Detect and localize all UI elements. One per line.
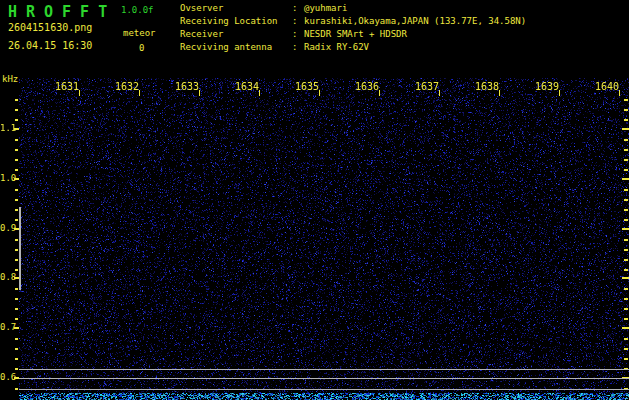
y-minor-tick — [15, 209, 18, 211]
x-minute-tick — [139, 90, 140, 96]
y-minor-tick — [15, 288, 18, 290]
y-minor-tick-right — [624, 99, 628, 101]
y-tick-label: 1.0 — [0, 173, 14, 183]
y-tick-label: 0.8 — [0, 272, 14, 282]
y-tick-label: 1.1 — [0, 123, 14, 133]
y-minor-tick-right — [624, 338, 628, 340]
station-info-block: Ovserver:@yuhmariReceiving Location:kura… — [180, 2, 629, 54]
y-minor-tick-right — [624, 298, 628, 300]
x-tick-label: 1640 — [595, 81, 619, 92]
y-minor-tick — [15, 99, 18, 101]
station-row-value: kurashiki,Okayama,JAPAN (133.77E, 34.58N… — [304, 15, 526, 28]
y-minor-tick — [15, 239, 18, 241]
x-minute-tick — [499, 90, 500, 96]
meteor-counter-value: 0 — [139, 43, 144, 53]
y-minor-tick-right — [624, 249, 628, 251]
carrier-line — [19, 389, 629, 390]
y-minor-tick — [15, 249, 18, 251]
y-minor-tick-right — [624, 219, 628, 221]
spectrogram-noise-canvas — [19, 78, 629, 400]
x-tick-label: 1632 — [115, 81, 139, 92]
y-minor-tick — [15, 368, 18, 370]
x-tick-label: 1634 — [235, 81, 259, 92]
x-minute-tick — [439, 90, 440, 96]
y-minor-tick-right — [624, 308, 628, 310]
y-tick-label: 0.6 — [0, 372, 14, 382]
y-minor-tick — [15, 119, 18, 121]
x-minute-tick — [619, 90, 620, 96]
capture-datetime: 26.04.15 16:30 — [8, 40, 92, 51]
x-tick-label: 1639 — [535, 81, 559, 92]
hrofft-window: HROFFT 1.0.0f 2604151630.png 26.04.15 16… — [0, 0, 629, 400]
y-minor-tick-right — [624, 189, 628, 191]
y-minor-tick-right — [624, 358, 628, 360]
carrier-line — [19, 378, 629, 379]
x-minute-tick — [319, 90, 320, 96]
station-row-label: Recviving antenna — [180, 41, 292, 54]
station-row-value: Radix RY-62V — [304, 41, 369, 54]
station-row-colon: : — [292, 15, 304, 28]
station-info-row: Recviving antenna:Radix RY-62V — [180, 41, 629, 54]
app-version-label: 1.0.0f — [121, 5, 154, 15]
station-info-row: Receiving Location:kurashiki,Okayama,JAP… — [180, 15, 629, 28]
y-minor-tick-right — [624, 109, 628, 111]
y-minor-tick — [15, 348, 18, 350]
y-minor-tick — [15, 219, 18, 221]
y-minor-tick-right — [624, 318, 628, 320]
y-minor-tick-right — [624, 239, 628, 241]
y-tick-label: 0.9 — [0, 223, 14, 233]
y-major-tick — [14, 178, 19, 180]
meteor-counter-label: meteor — [123, 28, 156, 38]
y-axis-unit-label: kHz — [2, 74, 18, 84]
x-minute-tick — [79, 90, 80, 96]
x-tick-label: 1635 — [295, 81, 319, 92]
y-minor-tick — [15, 318, 18, 320]
y-minor-tick — [15, 338, 18, 340]
y-minor-tick-right — [624, 169, 628, 171]
y-major-tick-right — [622, 228, 629, 230]
counting-band-marker — [19, 207, 21, 290]
station-row-value: NESDR SMArt + HDSDR — [304, 28, 407, 41]
y-minor-tick — [15, 159, 18, 161]
y-minor-tick-right — [624, 199, 628, 201]
station-row-label: Receiving Location — [180, 15, 292, 28]
y-minor-tick — [15, 199, 18, 201]
x-minute-tick — [559, 90, 560, 96]
y-major-tick — [14, 327, 19, 329]
y-minor-tick — [15, 259, 18, 261]
y-minor-tick — [15, 269, 18, 271]
station-row-label: Ovserver — [180, 2, 292, 15]
station-row-colon: : — [292, 28, 304, 41]
x-minute-tick — [379, 90, 380, 96]
y-minor-tick-right — [624, 288, 628, 290]
y-major-tick-right — [622, 128, 629, 130]
y-minor-tick-right — [624, 259, 628, 261]
carrier-line — [19, 369, 629, 370]
y-minor-tick — [15, 189, 18, 191]
station-row-colon: : — [292, 41, 304, 54]
y-major-tick-right — [622, 277, 629, 279]
x-minute-tick — [259, 90, 260, 96]
y-minor-tick — [15, 388, 18, 390]
y-minor-tick-right — [624, 348, 628, 350]
station-row-value: @yuhmari — [304, 2, 347, 15]
y-minor-tick — [15, 149, 18, 151]
x-tick-label: 1636 — [355, 81, 379, 92]
y-minor-tick — [15, 308, 18, 310]
station-row-label: Receiver — [180, 28, 292, 41]
y-minor-tick — [15, 139, 18, 141]
x-tick-label: 1637 — [415, 81, 439, 92]
station-row-colon: : — [292, 2, 304, 15]
capture-filename: 2604151630.png — [8, 22, 92, 33]
y-minor-tick-right — [624, 139, 628, 141]
y-major-tick-right — [622, 178, 629, 180]
x-tick-label: 1638 — [475, 81, 499, 92]
y-tick-label: 0.7 — [0, 322, 14, 332]
y-minor-tick-right — [624, 149, 628, 151]
y-minor-tick-right — [624, 119, 628, 121]
station-info-row: Ovserver:@yuhmari — [180, 2, 629, 15]
x-minute-tick — [199, 90, 200, 96]
y-minor-tick-right — [624, 159, 628, 161]
y-minor-tick-right — [624, 269, 628, 271]
y-minor-tick — [15, 358, 18, 360]
